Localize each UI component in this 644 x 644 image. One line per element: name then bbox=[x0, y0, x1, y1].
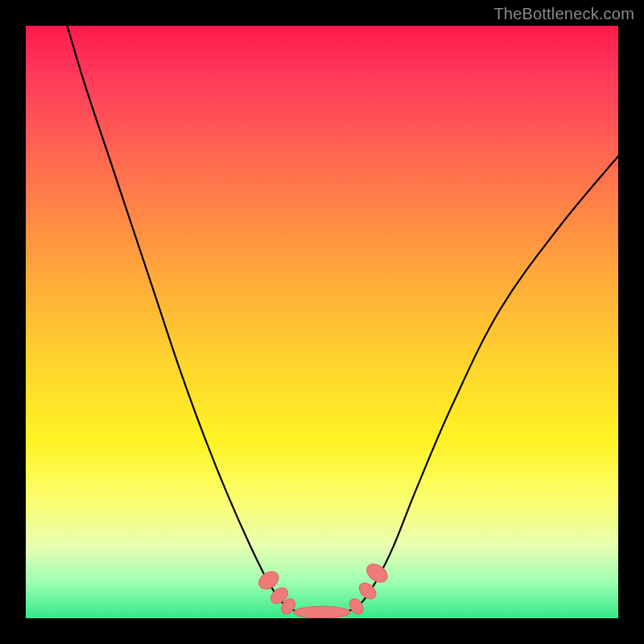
watermark-text: TheBottleneck.com bbox=[493, 5, 634, 23]
marker-group bbox=[255, 560, 390, 618]
chart-svg bbox=[26, 26, 618, 618]
marker-right-top bbox=[364, 560, 391, 586]
curve-group bbox=[68, 26, 618, 613]
plot-area bbox=[26, 26, 618, 618]
chart-frame: TheBottleneck.com bbox=[0, 0, 644, 644]
marker-bottom-bar bbox=[294, 606, 351, 618]
curve-left-curve bbox=[68, 26, 290, 609]
curve-right-curve bbox=[354, 156, 618, 609]
